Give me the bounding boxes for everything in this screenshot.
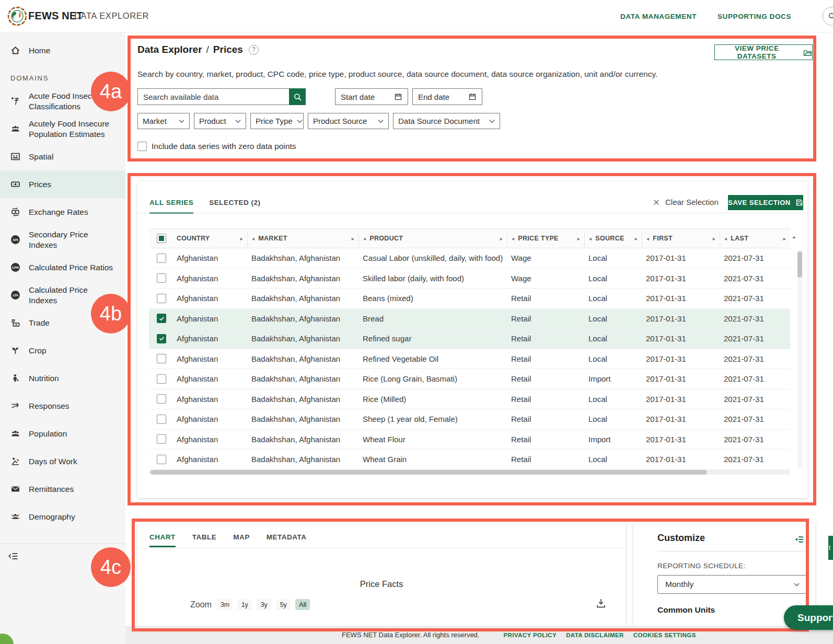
sort-left-icon[interactable]: ◂: [512, 236, 514, 242]
view-price-datasets-button[interactable]: VIEW PRICE DATASETS: [714, 44, 813, 60]
table-row[interactable]: AfghanistanBadakhshan, AfghanistanCasual…: [149, 248, 790, 269]
search-input[interactable]: [137, 88, 289, 105]
column-header-market[interactable]: ◂MARKET▸: [247, 229, 358, 248]
row-checkbox[interactable]: [157, 394, 166, 404]
sort-right-icon[interactable]: ▸: [352, 236, 354, 242]
sidebar-item-responses[interactable]: Responses: [0, 392, 125, 420]
horizontal-scrollbar-thumb[interactable]: [151, 470, 707, 475]
filter-price-type[interactable]: Price Type: [250, 113, 304, 129]
sidebar-item-acute-food-insecure-classifications[interactable]: Acute Food Insecure Classifications: [0, 87, 125, 115]
download-icon[interactable]: [596, 598, 606, 608]
fewsnet-logo-icon[interactable]: [7, 6, 27, 26]
tab-selected-2[interactable]: SELECTED (2): [209, 199, 260, 214]
tab-table[interactable]: TABLE: [192, 533, 217, 547]
vertical-scrollbar-thumb[interactable]: [797, 251, 802, 278]
table-row[interactable]: AfghanistanBadakhshan, AfghanistanRice (…: [149, 389, 790, 410]
tab-metadata[interactable]: METADATA: [267, 533, 307, 547]
footer-link-privacy-policy[interactable]: PRIVACY POLICY: [503, 632, 557, 638]
sort-right-icon[interactable]: ▸: [240, 236, 243, 242]
help-icon[interactable]: ?: [249, 45, 259, 55]
clear-selection-button[interactable]: Clear Selection: [653, 198, 719, 206]
nav-link-supporting-docs[interactable]: SUPPORTING DOCS: [718, 13, 791, 20]
sidebar-item-calculated-price-ratios[interactable]: CPRCalculated Price Ratios: [0, 254, 125, 281]
column-header-last[interactable]: ◂LAST▸: [720, 229, 790, 248]
sort-right-icon[interactable]: ▸: [635, 236, 638, 242]
sort-left-icon[interactable]: ◂: [252, 236, 254, 242]
sidebar-item-spatial[interactable]: Spatial: [0, 143, 125, 170]
sidebar-item-trade[interactable]: Trade: [0, 309, 125, 337]
sort-right-icon[interactable]: ▸: [577, 236, 580, 242]
sort-right-icon[interactable]: ▸: [500, 236, 503, 242]
table-row[interactable]: AfghanistanBadakhshan, AfghanistanWheat …: [149, 430, 790, 450]
column-header-country[interactable]: COUNTRY▸: [172, 229, 247, 248]
table-row[interactable]: AfghanistanBadakhshan, AfghanistanSkille…: [149, 269, 790, 289]
vertical-scrollbar[interactable]: [797, 250, 802, 468]
column-header-price-type[interactable]: ◂PRICE TYPE▸: [507, 229, 584, 248]
row-checkbox[interactable]: [157, 334, 166, 343]
row-checkbox[interactable]: [157, 354, 166, 363]
zoom-all-button[interactable]: All: [295, 599, 310, 610]
sidebar-item-population[interactable]: Population: [0, 420, 125, 447]
zoom-5y-button[interactable]: 5y: [276, 599, 291, 610]
collapse-panel-icon[interactable]: [794, 534, 805, 545]
row-checkbox[interactable]: [157, 294, 166, 303]
filter-market[interactable]: Market: [137, 113, 190, 129]
end-date-field[interactable]: End date: [412, 88, 482, 105]
sidebar-item-home[interactable]: Home: [0, 32, 125, 66]
sidebar-item-nutrition[interactable]: Nutrition: [0, 364, 125, 392]
select-all-checkbox[interactable]: [157, 234, 166, 243]
zoom-3y-button[interactable]: 3y: [257, 599, 271, 610]
table-row[interactable]: AfghanistanBadakhshan, AfghanistanRefine…: [149, 349, 790, 370]
sidebar-item-acutely-food-insecure-population-estimates[interactable]: Acutely Food Insecure Population Estimat…: [0, 115, 125, 143]
sidebar-collapse-button[interactable]: [0, 544, 125, 564]
sidebar-item-demography[interactable]: Demography: [0, 503, 125, 531]
footer-link-cookies-settings[interactable]: COOKIES SETTINGS: [633, 632, 696, 638]
search-submit-button[interactable]: [289, 88, 306, 105]
header-search-button[interactable]: [823, 7, 833, 26]
sort-left-icon[interactable]: ◂: [589, 236, 592, 242]
filter-data-source-document[interactable]: Data Source Document: [393, 113, 500, 129]
sort-left-icon[interactable]: ◂: [792, 234, 795, 240]
breadcrumb-root[interactable]: Data Explorer: [137, 44, 202, 55]
footer-link-data-disclaimer[interactable]: DATA DISCLAIMER: [566, 632, 624, 638]
sidebar-item-secondary-price-indexes[interactable]: SPISecondary Price Indexes: [0, 226, 125, 254]
table-row[interactable]: AfghanistanBadakhshan, AfghanistanSheep …: [149, 409, 790, 430]
sort-right-icon[interactable]: ▸: [783, 236, 786, 242]
column-header-first[interactable]: ◂FIRST▸: [642, 229, 720, 248]
tab-all-series[interactable]: ALL SERIES: [149, 199, 193, 214]
row-checkbox[interactable]: [157, 254, 166, 263]
zoom-1y-button[interactable]: 1y: [237, 599, 252, 610]
row-checkbox[interactable]: [157, 415, 166, 424]
zero-data-checkbox[interactable]: [137, 142, 147, 151]
start-date-field[interactable]: Start date: [335, 88, 408, 105]
table-row[interactable]: AfghanistanBadakhshan, AfghanistanWheat …: [149, 450, 790, 470]
reporting-schedule-select[interactable]: Monthly: [657, 575, 807, 594]
row-checkbox[interactable]: [157, 434, 166, 444]
table-row[interactable]: AfghanistanBadakhshan, AfghanistanRice (…: [149, 369, 790, 389]
filter-product-source[interactable]: Product Source: [308, 113, 389, 129]
sort-left-icon[interactable]: ◂: [646, 236, 649, 242]
row-checkbox[interactable]: [157, 273, 166, 283]
sort-right-icon[interactable]: ▸: [713, 236, 715, 242]
sidebar-item-remittances[interactable]: Remittances: [0, 475, 125, 503]
horizontal-scrollbar[interactable]: [149, 470, 790, 475]
table-row[interactable]: AfghanistanBadakhshan, AfghanistanRefine…: [149, 329, 790, 349]
column-header-product[interactable]: ◂PRODUCT▸: [358, 229, 507, 248]
zoom-3m-button[interactable]: 3m: [217, 599, 233, 610]
sidebar-item-calculated-price-indexes[interactable]: CPICalculated Price Indexes: [0, 281, 125, 309]
table-row[interactable]: AfghanistanBadakhshan, AfghanistanBeans …: [149, 289, 790, 309]
sidebar-item-exchange-rates[interactable]: Exchange Rates: [0, 198, 125, 226]
row-checkbox[interactable]: [157, 455, 166, 464]
column-header-source[interactable]: ◂SOURCE▸: [584, 229, 642, 248]
filter-product[interactable]: Product: [194, 113, 246, 129]
sort-left-icon[interactable]: ◂: [363, 236, 366, 242]
support-button[interactable]: Support: [784, 605, 833, 630]
select-all-cell[interactable]: [149, 229, 172, 248]
row-checkbox[interactable]: [157, 314, 166, 323]
table-row[interactable]: AfghanistanBadakhshan, AfghanistanBreadR…: [149, 309, 790, 329]
sidebar-item-days-of-work[interactable]: Days of Work: [0, 447, 125, 475]
tab-map[interactable]: MAP: [233, 533, 250, 547]
sort-left-icon[interactable]: ◂: [724, 236, 727, 242]
edge-tab[interactable]: t: [828, 536, 833, 560]
tab-chart[interactable]: CHART: [149, 533, 176, 547]
